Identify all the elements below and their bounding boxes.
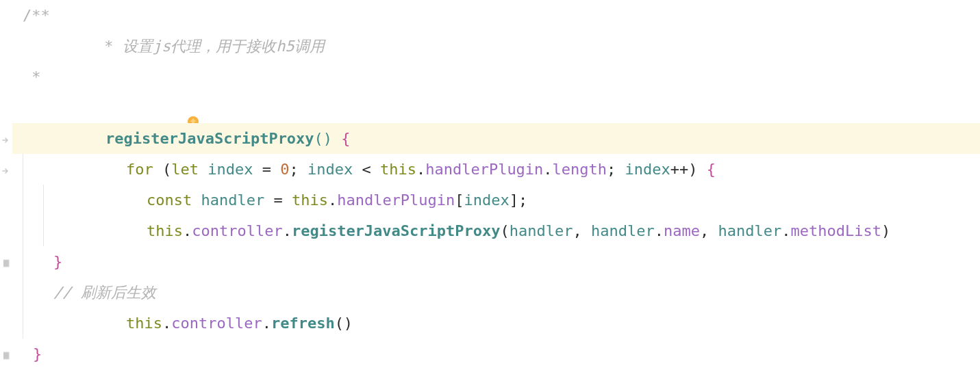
fold-close-icon[interactable]	[1, 256, 11, 265]
keyword-this: this	[126, 315, 162, 332]
keyword-this: this	[147, 222, 183, 239]
code-line[interactable]: * 设置js代理，用于接收h5调用	[12, 31, 980, 62]
keyword-this: this	[380, 161, 416, 178]
keyword-let: let	[171, 161, 199, 178]
var-index: index	[307, 161, 353, 178]
bracket-close: ]	[510, 191, 518, 209]
assign-op: =	[253, 161, 280, 178]
literal-zero: 0	[280, 161, 289, 178]
line-comment: // 刷新后生效	[53, 284, 156, 301]
hint-bulb-icon[interactable]	[95, 101, 108, 116]
code-area[interactable]: /** * 设置js代理，用于接收h5调用 *	[12, 0, 980, 370]
paren-open: (	[162, 161, 171, 178]
method-name: registerJavaScriptProxy	[105, 130, 314, 147]
brace-close: }	[33, 345, 42, 362]
comment-star: *	[23, 68, 41, 85]
keyword-const: const	[147, 191, 192, 209]
prop-handlerPlugin: handlerPlugin	[425, 161, 543, 178]
fold-close-icon[interactable]	[1, 348, 11, 358]
paren: ()	[314, 130, 333, 147]
bracket-open: [	[455, 191, 464, 209]
prop-methodList: methodList	[790, 222, 881, 239]
comment-text: 设置js代理，用于接收h5调用	[123, 38, 325, 55]
semicolon: ;	[607, 161, 616, 178]
arg-handler: handler	[718, 222, 781, 239]
comment-prefix: *	[95, 38, 123, 55]
var-index: index	[464, 191, 510, 209]
code-editor[interactable]: /** * 设置js代理，用于接收h5调用 *	[0, 0, 980, 370]
code-line[interactable]: *	[12, 62, 980, 92]
keyword-for: for	[126, 161, 153, 178]
brace-close: }	[53, 253, 62, 270]
var-handler: handler	[201, 191, 264, 209]
paren-close: )	[881, 222, 890, 239]
code-line[interactable]: }	[12, 246, 980, 277]
call-refresh: refresh	[271, 315, 335, 332]
semicolon: ;	[289, 161, 298, 178]
code-line[interactable]: this.controller.refresh()	[12, 308, 980, 339]
arg-handler: handler	[510, 222, 573, 239]
paren: ()	[335, 315, 353, 332]
comment-open: /**	[23, 7, 50, 24]
var-index: index	[208, 161, 253, 178]
paren-close: )	[688, 161, 697, 178]
keyword-this: this	[292, 191, 328, 209]
prop-length: length	[553, 161, 607, 178]
code-line[interactable]: }	[12, 339, 980, 369]
paren-open: (	[501, 222, 510, 239]
var-index: index	[625, 161, 670, 178]
inc-op: ++	[670, 161, 689, 178]
prop-controller: controller	[192, 222, 282, 239]
prop-handlerPlugin: handlerPlugin	[337, 191, 455, 209]
brace-open: {	[707, 161, 716, 178]
brace-open: {	[341, 130, 350, 147]
prop-name: name	[664, 222, 700, 239]
call-registerJavaScriptProxy: registerJavaScriptProxy	[292, 222, 501, 239]
goto-arrow-icon[interactable]	[1, 133, 11, 142]
prop-controller: controller	[171, 315, 262, 332]
arg-handler: handler	[591, 222, 655, 239]
lt-op: <	[353, 161, 380, 178]
goto-arrow-icon[interactable]	[1, 163, 11, 173]
semicolon: ;	[518, 191, 527, 209]
gutter	[0, 0, 12, 370]
code-line[interactable]: this.controller.registerJavaScriptProxy(…	[12, 215, 980, 246]
text	[332, 130, 341, 147]
